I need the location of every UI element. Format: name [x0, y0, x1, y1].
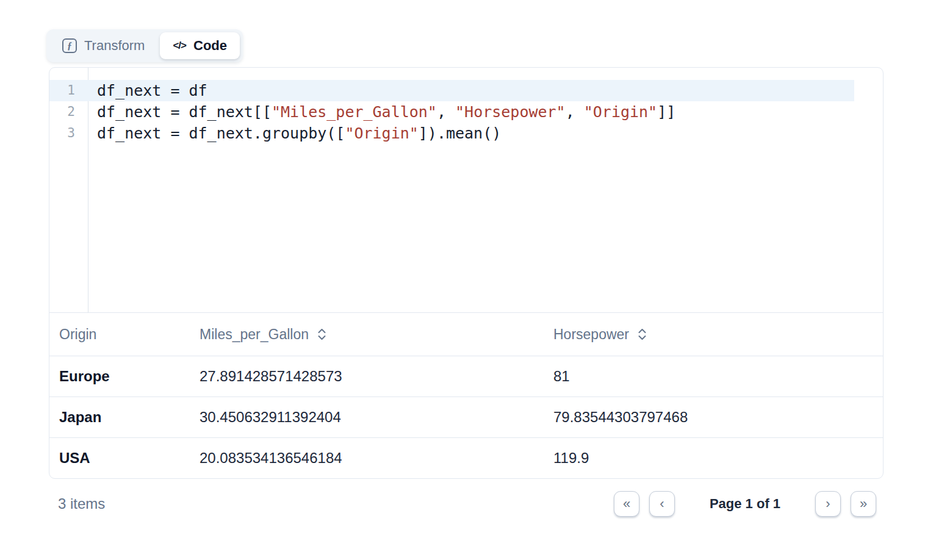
column-header-horsepower: Horsepower: [553, 326, 873, 343]
column-label: Origin: [59, 326, 96, 343]
column-header-origin: Origin: [59, 326, 200, 343]
code-text: df_next = df: [88, 80, 207, 101]
line-number: 2: [49, 101, 88, 123]
sort-icon[interactable]: [638, 328, 647, 341]
cell-mpg: 30.450632911392404: [200, 409, 553, 426]
items-count: 3 items: [58, 495, 105, 512]
cell-hp: 119.9: [553, 450, 873, 467]
double-chevron-right-icon: »: [860, 497, 867, 511]
result-panel: 1df_next = df2df_next = df_next[["Miles_…: [49, 67, 884, 479]
table-row[interactable]: Japan30.45063291139240479.83544303797468: [49, 397, 883, 438]
cell-hp: 79.83544303797468: [553, 409, 873, 426]
tab-transform[interactable]: ƒ Transform: [49, 32, 157, 59]
code-line[interactable]: 3df_next = df_next.groupby(["Origin"]).m…: [49, 123, 883, 144]
function-icon: ƒ: [62, 38, 77, 53]
last-page-button[interactable]: »: [851, 491, 876, 517]
cell-origin: Europe: [59, 368, 200, 385]
code-lines: 1df_next = df2df_next = df_next[["Miles_…: [49, 80, 883, 144]
cell-origin: Japan: [59, 409, 200, 426]
view-switcher: ƒ Transform </> Code: [46, 29, 243, 62]
code-line[interactable]: 2df_next = df_next[["Miles_per_Gallon", …: [49, 101, 883, 123]
column-label: Horsepower: [553, 326, 629, 343]
tab-transform-label: Transform: [84, 38, 145, 54]
code-text: df_next = df_next.groupby(["Origin"]).me…: [88, 123, 501, 144]
cell-hp: 81: [553, 368, 873, 385]
pagination-bar: 3 items « ‹ Page 1 of 1 › »: [49, 483, 884, 525]
line-number: 1: [49, 80, 88, 101]
tab-code-label: Code: [193, 38, 227, 54]
table-header: Origin Miles_per_Gallon Horsepower: [49, 313, 883, 356]
line-number: 3: [49, 123, 88, 144]
table-body: Europe27.89142857142857381Japan30.450632…: [49, 356, 883, 478]
page-indicator: Page 1 of 1: [685, 496, 805, 512]
cell-origin: USA: [59, 450, 200, 467]
pager: « ‹ Page 1 of 1 › »: [614, 491, 876, 517]
table-row[interactable]: USA20.083534136546184119.9: [49, 438, 883, 478]
sort-icon[interactable]: [317, 328, 326, 341]
table-row[interactable]: Europe27.89142857142857381: [49, 356, 883, 397]
chevron-left-icon: ‹: [660, 497, 664, 511]
column-header-miles-per-gallon: Miles_per_Gallon: [200, 326, 553, 343]
cell-mpg: 27.891428571428573: [200, 368, 553, 385]
code-editor[interactable]: 1df_next = df2df_next = df_next[["Miles_…: [49, 68, 883, 313]
double-chevron-left-icon: «: [623, 497, 630, 511]
first-page-button[interactable]: «: [614, 491, 639, 517]
chevron-right-icon: ›: [826, 497, 830, 511]
next-page-button[interactable]: ›: [815, 491, 841, 517]
code-text: df_next = df_next[["Miles_per_Gallon", "…: [88, 101, 675, 123]
code-icon: </>: [173, 40, 186, 52]
page: ƒ Transform </> Code 1df_next = df2df_ne…: [0, 0, 925, 560]
tab-code[interactable]: </> Code: [160, 32, 240, 59]
code-line[interactable]: 1df_next = df: [49, 80, 854, 101]
prev-page-button[interactable]: ‹: [649, 491, 675, 517]
column-label: Miles_per_Gallon: [200, 326, 309, 343]
cell-mpg: 20.083534136546184: [200, 450, 553, 467]
